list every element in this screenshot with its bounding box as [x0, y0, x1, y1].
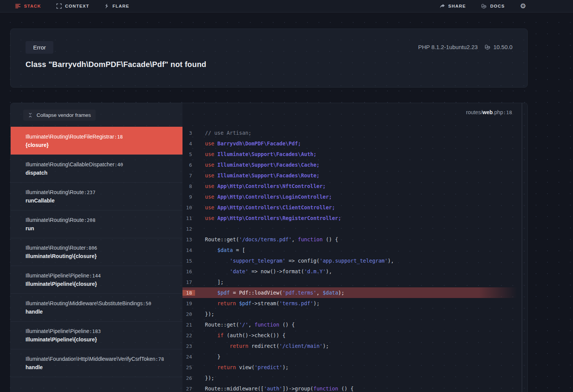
line-number: 11: [182, 215, 195, 221]
code-line: 23 return redirect('/client/main');: [182, 341, 527, 351]
tab-stack[interactable]: STACK: [15, 3, 41, 9]
file-dir: routes/: [466, 109, 482, 115]
top-nav: STACK CONTEXT FLARE SHARE DOCS: [0, 0, 573, 13]
code-line: 26});: [182, 373, 527, 383]
line-number: 15: [182, 258, 195, 264]
stack-frame-partial[interactable]: [11, 377, 182, 392]
line-number: 18: [182, 290, 195, 296]
frame-method: runCallable: [26, 197, 172, 204]
code-line: 8use App\Http\Controllers\NftController;: [182, 181, 527, 191]
tab-context-label: CONTEXT: [65, 4, 89, 8]
frame-class: Illuminate\Routing\Router:806: [26, 244, 172, 252]
laravel-version-wrap: 10.50.0: [485, 44, 512, 50]
file-name: web: [482, 109, 493, 115]
nav-actions: SHARE DOCS ⚙: [440, 3, 526, 10]
frame-class: Illuminate\Pipeline\Pipeline:144: [26, 272, 172, 280]
line-number: 6: [182, 162, 195, 168]
line-number: 20: [182, 311, 195, 317]
code-line: 24 }: [182, 351, 527, 362]
frame-method: dispatch: [26, 169, 172, 177]
stack-frames: Illuminate\Routing\RouteFileRegistrar:18…: [11, 127, 182, 392]
frame-class: Illuminate\Routing\RouteFileRegistrar:18: [26, 133, 172, 141]
tab-context[interactable]: CONTEXT: [56, 3, 89, 9]
error-type-badge: Error: [26, 41, 53, 54]
frame-class: Illuminate\Routing\Middleware\Substitute…: [26, 300, 172, 308]
laravel-logo-icon: [481, 3, 487, 9]
stack-frame[interactable]: Illuminate\Routing\RouteFileRegistrar:18…: [11, 127, 182, 155]
code-line: 11use App\Http\Controllers\RegisterContr…: [182, 213, 527, 223]
collapse-label: Collapse vendor frames: [37, 112, 91, 118]
frame-method: handle: [26, 363, 172, 371]
stack-frame[interactable]: Illuminate\Pipeline\Pipeline:183Illumina…: [11, 321, 182, 349]
stack-frame[interactable]: Illuminate\Routing\CallableDispatcher:40…: [11, 155, 182, 182]
frame-class: Illuminate\Routing\CallableDispatcher:40: [26, 161, 172, 169]
code-line: 5use Illuminate\Support\Facades\Auth;: [182, 149, 527, 159]
tab-flare-label: FLARE: [112, 4, 129, 8]
code-scrollbar[interactable]: [522, 103, 522, 392]
share-label: SHARE: [448, 4, 466, 8]
code-line: 25 return view('predict');: [182, 362, 527, 373]
frame-method: handle: [26, 308, 172, 316]
collapse-vendor-frames-button[interactable]: Collapse vendor frames: [23, 110, 96, 121]
frame-method: Illuminate\Pipeline\{closure}: [26, 280, 172, 288]
docs-label: DOCS: [490, 4, 505, 8]
laravel-version: 10.50.0: [493, 44, 512, 50]
line-number: 9: [182, 194, 195, 200]
settings-gear-icon[interactable]: ⚙: [520, 3, 526, 10]
stack-frame[interactable]: Illuminate\Routing\Router:806Illuminate\…: [11, 238, 182, 266]
line-number: 24: [182, 354, 195, 360]
line-number: 7: [182, 173, 195, 178]
frame-class: Illuminate\Foundation\Http\Middleware\Ve…: [26, 355, 172, 363]
code-line: 14 $data = [: [182, 245, 527, 255]
tab-stack-label: STACK: [24, 4, 41, 8]
code-line: 22 if (auth()->check()) {: [182, 330, 527, 341]
share-icon: [440, 4, 445, 8]
code-line: 9use App\Http\Controllers\LoginControlle…: [182, 191, 527, 202]
laravel-logo-icon: [485, 44, 491, 50]
frame-method: Illuminate\Pipeline\{closure}: [26, 336, 172, 343]
stack-trace-icon: [15, 3, 21, 9]
frame-method: Illuminate\Routing\{closure}: [26, 252, 172, 260]
frame-class: Illuminate\Routing\Route:237: [26, 188, 172, 196]
code-line: 17 ];: [182, 277, 527, 287]
line-number: 14: [182, 247, 195, 253]
code-line: 4use Barryvdh\DomPDF\Facade\Pdf;: [182, 138, 527, 149]
viewfinder-icon: [56, 3, 62, 9]
error-card: Error Class "Barryvdh\DomPDF\Facade\Pdf"…: [10, 29, 528, 88]
php-version: PHP 8.1.2-1ubuntu2.23: [418, 44, 478, 50]
stack-header: Collapse vendor frames: [11, 103, 182, 127]
stack-trace-panel: Collapse vendor frames Illuminate\Routin…: [11, 103, 182, 392]
code-line: 15 'support_telegram' => config('app.sup…: [182, 255, 527, 266]
stack-frame[interactable]: Illuminate\Routing\Route:208run: [11, 210, 182, 238]
line-number: 4: [182, 141, 195, 147]
environment-info: PHP 8.1.2-1ubuntu2.23 10.50.0: [418, 44, 512, 50]
line-number: 19: [182, 301, 195, 306]
line-number: 22: [182, 333, 195, 338]
code-line: 13Route::get('/docs/terms.pdf', function…: [182, 234, 527, 245]
frame-method: {closure}: [26, 141, 172, 149]
frame-class: Illuminate\Pipeline\Pipeline:183: [26, 327, 172, 335]
collapse-icon: [28, 113, 33, 118]
docs-button[interactable]: DOCS: [481, 3, 505, 9]
code-line: 21Route::get('/', function () {: [182, 319, 527, 330]
code-editor: 3// use Artisan;4use Barryvdh\DomPDF\Fac…: [182, 127, 527, 392]
line-number: 25: [182, 365, 195, 370]
line-number: 26: [182, 375, 195, 381]
stack-frame[interactable]: Illuminate\Routing\Middleware\Substitute…: [11, 293, 182, 321]
flare-logo-icon: [104, 3, 109, 9]
stack-frame[interactable]: Illuminate\Pipeline\Pipeline:144Illumina…: [11, 266, 182, 293]
code-line: 7use Illuminate\Support\Facades\Route;: [182, 170, 527, 181]
code-line: 20});: [182, 309, 527, 319]
stack-frame[interactable]: Illuminate\Routing\Route:237runCallable: [11, 182, 182, 210]
line-number: 21: [182, 322, 195, 328]
code-line: 6use Illuminate\Support\Facades\Cache;: [182, 159, 527, 170]
line-number: 10: [182, 205, 195, 210]
line-number: 13: [182, 237, 195, 242]
error-message: Class "Barryvdh\DomPDF\Facade\Pdf" not f…: [26, 60, 206, 69]
code-line: 10use App\Http\Controllers\ClientControl…: [182, 202, 527, 213]
stack-frame[interactable]: Illuminate\Foundation\Http\Middleware\Ve…: [11, 349, 182, 377]
share-button[interactable]: SHARE: [440, 4, 466, 8]
code-panel: routes/web.php:18 3// use Artisan;4use B…: [182, 103, 527, 392]
code-line: 19 return $pdf->stream('terms.pdf');: [182, 298, 527, 309]
tab-flare[interactable]: FLARE: [104, 3, 129, 9]
